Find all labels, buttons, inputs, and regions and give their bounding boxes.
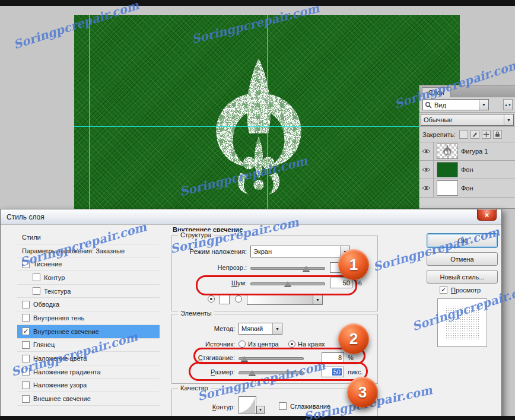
checkbox[interactable]	[22, 381, 30, 389]
method-select[interactable]: Мягкий ▼	[239, 323, 282, 335]
style-item-satin[interactable]: Глянец	[17, 339, 160, 352]
blend-mode-dropdown[interactable]: Обычные ▼	[421, 114, 514, 126]
checkbox[interactable]	[22, 395, 30, 403]
glow-gradient-radio[interactable]	[235, 295, 242, 303]
opacity-slider[interactable]	[250, 267, 325, 270]
lock-move-icon[interactable]	[482, 130, 491, 139]
opacity-slider-thumb[interactable]	[303, 262, 310, 271]
style-item-inner-glow[interactable]: ✓Внутреннее свечение	[17, 325, 160, 339]
blend-mode-value: Экран	[251, 248, 340, 255]
layers-panel: Слои Вид ▼ ▲▼ Обычные ▼ Закрепить:	[419, 85, 515, 209]
styles-header-label: Стили	[22, 234, 41, 241]
highlight-box-size	[189, 362, 368, 381]
style-item-label: Внутреннее свечение	[33, 328, 99, 335]
style-item-label: Параметры наложения: Заказные	[22, 247, 125, 254]
checkbox[interactable]: ✓	[22, 327, 30, 335]
blend-mode-select[interactable]: Экран ▼	[250, 246, 350, 257]
layer-row-shape[interactable]: Фигура 1	[419, 142, 515, 161]
style-item-label: Наложение цвета	[33, 355, 87, 362]
new-style-button[interactable]: Новый стиль...	[427, 270, 498, 284]
style-item-label: Наложение градиента	[33, 368, 101, 376]
lock-paint-brush-icon[interactable]	[471, 130, 479, 139]
layer-thumbnail[interactable]	[437, 180, 458, 196]
layer-name[interactable]: Фигура 1	[461, 148, 488, 155]
style-item-stroke[interactable]: Обводка	[17, 298, 160, 311]
new-style-label: Новый стиль...	[440, 273, 484, 281]
lock-label: Закрепить:	[422, 131, 456, 138]
style-item-color-overlay[interactable]: Наложение цвета	[17, 352, 160, 365]
style-item-gradient-overlay[interactable]: Наложение градиента	[17, 365, 160, 379]
styles-header[interactable]: Стили	[17, 231, 160, 244]
source-center-label: Из центра	[248, 341, 279, 348]
gradient-picker-arrow[interactable]: ▼	[313, 294, 323, 305]
style-item-outer-glow[interactable]: Внешнее свечение	[17, 392, 160, 406]
checkbox[interactable]	[33, 273, 40, 281]
checkbox[interactable]	[22, 341, 30, 349]
filter-toggle-stepper[interactable]: ▲▼	[503, 99, 513, 110]
dropdown-arrow-icon[interactable]: ▼	[479, 100, 488, 110]
style-item-texture[interactable]: Текстура	[17, 285, 160, 298]
dialog-body: Стили Параметры наложения: Заказные Тисн…	[1, 225, 501, 419]
search-icon	[425, 101, 432, 109]
callout-2-number: 2	[349, 330, 358, 348]
dropdown-arrow-icon: ▼	[504, 114, 513, 125]
style-item-label: Контур	[44, 274, 65, 281]
source-edges-radio[interactable]	[288, 341, 295, 348]
callout-3-number: 3	[358, 383, 367, 402]
checkbox[interactable]	[22, 355, 30, 362]
eye-icon[interactable]	[419, 161, 434, 179]
style-item-inner-shadow[interactable]: Внутренняя тень	[17, 311, 160, 325]
ok-button[interactable]: ОК	[427, 233, 498, 248]
layer-name[interactable]: Фон	[461, 166, 473, 173]
contour-picker[interactable]	[239, 396, 256, 414]
checkbox[interactable]	[22, 314, 30, 322]
eye-icon[interactable]	[419, 142, 434, 160]
layer-thumbnail[interactable]	[437, 162, 458, 177]
style-item-bevel[interactable]: Тиснение	[17, 257, 160, 271]
preview-checkbox[interactable]: ✓	[440, 286, 447, 294]
glow-color-radio[interactable]	[208, 295, 215, 303]
style-item-pattern-overlay[interactable]: Наложение узора	[17, 379, 160, 393]
guide-horizontal	[74, 126, 460, 127]
callout-3: 3	[347, 377, 378, 408]
checkbox[interactable]	[22, 260, 30, 268]
lock-all-icon[interactable]	[493, 130, 502, 139]
style-item-label: Обводка	[33, 301, 59, 308]
guide-vertical-center	[267, 15, 268, 209]
layer-filter-dropdown[interactable]: Вид ▼	[422, 99, 489, 110]
dialog-titlebar[interactable]: Стиль слоя	[1, 209, 501, 225]
style-item-contour[interactable]: Контур	[17, 271, 160, 285]
layer-row-background2[interactable]: Фон	[419, 179, 515, 198]
glow-color-swatch[interactable]	[220, 294, 230, 304]
eye-icon[interactable]	[419, 179, 434, 197]
method-label: Метод:	[176, 325, 235, 332]
document-canvas[interactable]	[74, 15, 460, 209]
callout-1: 1	[338, 249, 369, 280]
tab-layers-label: Слои	[428, 89, 444, 96]
layer-row-background[interactable]: Фон	[419, 161, 515, 179]
method-value: Мягкий	[239, 325, 272, 332]
close-button[interactable]: ×	[477, 209, 497, 221]
layer-thumbnail[interactable]	[437, 144, 458, 159]
contour-label: Контур:	[176, 403, 235, 411]
layer-name[interactable]: Фон	[461, 184, 473, 192]
antialias-checkbox[interactable]	[279, 402, 287, 410]
layers-panel-tabbar: Слои	[419, 85, 515, 97]
checkbox[interactable]	[22, 301, 30, 308]
cancel-button[interactable]: Отмена	[427, 252, 498, 266]
check-icon: ✓	[23, 328, 28, 335]
glow-gradient-strip[interactable]	[247, 294, 313, 305]
source-center-radio[interactable]	[239, 341, 246, 348]
contour-arrow[interactable]: ▼	[256, 406, 265, 414]
checkbox[interactable]	[22, 368, 30, 376]
styles-list: Стили Параметры наложения: Заказные Тисн…	[17, 231, 160, 406]
lock-transparency-icon[interactable]	[459, 130, 468, 139]
style-item-blending-options[interactable]: Параметры наложения: Заказные	[17, 244, 160, 258]
fleur-de-lis-shape	[196, 57, 322, 203]
style-item-label: Тиснение	[33, 260, 62, 268]
checkbox[interactable]	[33, 287, 40, 295]
structure-legend: Структура	[178, 231, 214, 238]
tab-layers[interactable]: Слои	[422, 87, 451, 97]
callout-1-number: 1	[349, 256, 358, 274]
layer-style-dialog: Стиль слоя × Стили Параметры наложения: …	[0, 209, 502, 420]
